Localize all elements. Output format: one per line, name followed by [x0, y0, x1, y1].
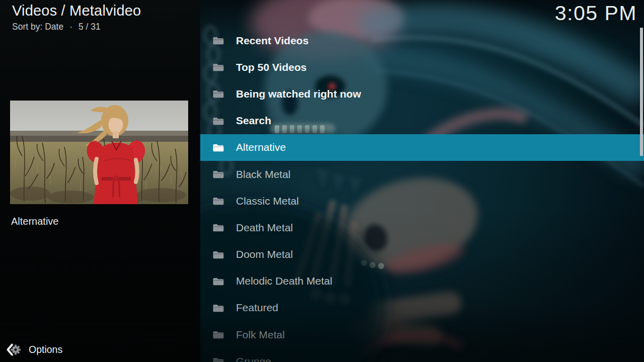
list-item-label: Being watched right now [236, 88, 361, 100]
folder-icon [212, 330, 224, 340]
media-list: Recent Videos Top 50 Videos Being watche… [200, 27, 644, 362]
folder-icon [212, 62, 224, 72]
list-item[interactable]: Featured [200, 295, 644, 321]
scrollbar-thumb[interactable] [640, 28, 643, 156]
list-item[interactable]: Death Metal [200, 214, 644, 241]
folder-icon [212, 89, 224, 99]
list-item-label: Classic Metal [236, 195, 299, 207]
list-item[interactable]: Doom Metal [200, 241, 644, 268]
list-item[interactable]: Black Metal [200, 161, 644, 188]
folder-icon [212, 356, 224, 362]
folder-icon [212, 276, 224, 286]
list-item[interactable]: Melodic Death Metal [200, 268, 644, 295]
kodi-options-icon [6, 343, 21, 356]
page-title: Videos / Metalvideo [12, 3, 141, 19]
folder-icon [212, 169, 224, 179]
list-item-label: Melodic Death Metal [236, 275, 332, 287]
list-item-label: Recent Videos [236, 35, 308, 47]
thumbnail-label: Alternative [11, 216, 59, 227]
thumbnail-scene [10, 101, 188, 204]
sort-by-label[interactable]: Sort by: Date [12, 22, 63, 32]
list-item[interactable]: Search [200, 108, 644, 134]
list-item[interactable]: Alternative [200, 134, 644, 161]
options-button[interactable]: Options [6, 343, 62, 356]
list-item-label: Death Metal [236, 222, 293, 234]
list-item-label: Doom Metal [236, 248, 293, 260]
folder-icon [212, 36, 224, 46]
separator-dot: · [69, 22, 72, 32]
position-indicator: 5 / 31 [78, 22, 101, 32]
list-item-label: Featured [236, 302, 278, 314]
header: Videos / Metalvideo Sort by: Date · 5 / … [12, 3, 141, 32]
list-item[interactable]: Grunge [200, 348, 644, 362]
list-item[interactable]: Folk Metal [200, 321, 644, 348]
list-item-label: Black Metal [236, 168, 291, 180]
video-thumbnail [10, 101, 188, 204]
sort-info: Sort by: Date · 5 / 31 [12, 22, 141, 32]
folder-icon [212, 303, 224, 313]
folder-icon [212, 249, 224, 259]
folder-icon [212, 142, 224, 152]
kodi-screen: Videos / Metalvideo Sort by: Date · 5 / … [0, 0, 644, 362]
folder-icon [212, 196, 224, 206]
folder-icon [212, 223, 224, 233]
list-item[interactable]: Top 50 Videos [200, 54, 644, 80]
list-item-label: Alternative [236, 141, 286, 153]
list-item[interactable]: Classic Metal [200, 188, 644, 214]
folder-icon [212, 116, 224, 126]
options-label: Options [29, 344, 62, 355]
clock: 3:05 PM [555, 2, 637, 25]
list-item[interactable]: Being watched right now [200, 80, 644, 107]
list-item-label: Folk Metal [236, 329, 285, 341]
list-item-label: Search [236, 115, 271, 127]
list-item-label: Top 50 Videos [236, 61, 306, 73]
list-item[interactable]: Recent Videos [200, 27, 644, 54]
list-item-label: Grunge [236, 355, 271, 362]
